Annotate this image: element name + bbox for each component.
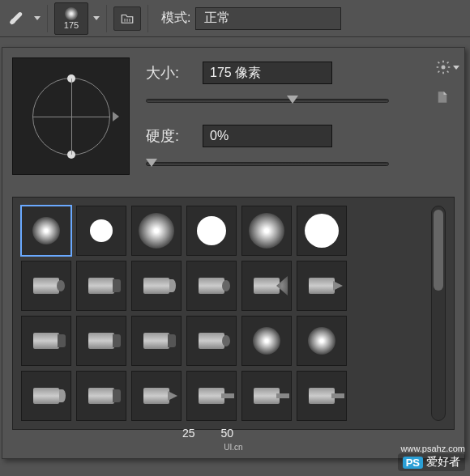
toolbar-divider — [147, 5, 148, 32]
brush-preset[interactable] — [76, 261, 126, 311]
blend-mode-label: 模式: — [161, 10, 190, 27]
brush-tip-icon — [309, 278, 335, 294]
brush-preset[interactable] — [131, 261, 182, 311]
brush-tip-icon — [199, 388, 224, 404]
new-preset-icon[interactable] — [435, 90, 450, 107]
soft-round-icon — [139, 213, 174, 249]
brush-preset[interactable] — [241, 371, 292, 421]
brush-tip-icon — [199, 333, 224, 349]
brush-preview-dot — [65, 7, 78, 20]
hard-round-icon — [197, 216, 226, 245]
angle-handle[interactable] — [67, 151, 75, 159]
svg-point-0 — [442, 66, 446, 70]
brush-preset[interactable] — [297, 371, 347, 421]
brush-preset[interactable] — [186, 316, 237, 366]
watermark: PS 爱好者 — [398, 453, 465, 471]
preset-label: 50 — [221, 427, 234, 440]
brush-preset[interactable] — [241, 206, 292, 256]
size-label: 大小: — [146, 63, 191, 83]
slider-track — [146, 162, 389, 166]
blend-mode-value: 正常 — [204, 10, 230, 27]
brush-preset[interactable] — [297, 261, 347, 311]
brush-preset[interactable] — [297, 206, 347, 256]
brush-tip-icon — [88, 278, 114, 294]
brush-tip-icon — [88, 388, 114, 404]
brush-preset[interactable] — [186, 371, 237, 421]
hard-round-icon — [90, 219, 113, 242]
size-input[interactable] — [203, 62, 332, 84]
slider-thumb[interactable] — [146, 159, 157, 167]
brush-preset[interactable] — [21, 371, 71, 421]
size-slider[interactable] — [146, 91, 389, 109]
presets-scrollbar[interactable] — [431, 206, 446, 421]
brush-preset[interactable] — [76, 316, 126, 366]
soft-round-icon — [308, 327, 335, 355]
brush-preset[interactable] — [186, 206, 237, 256]
watermark-url: www.psahz.com — [401, 444, 465, 453]
brush-tip-icon — [33, 333, 59, 349]
preset-size-labels: 25 50 — [182, 427, 455, 440]
brush-tip-icon — [33, 388, 59, 404]
brush-tip-icon — [143, 278, 169, 294]
slider-track — [146, 99, 389, 103]
preset-label: 25 — [182, 427, 195, 440]
gear-icon[interactable] — [435, 59, 451, 78]
brush-settings-panel: 大小: 硬度: — [2, 47, 465, 459]
brush-tip-icon — [309, 388, 335, 404]
blend-mode-select[interactable]: 正常 — [195, 7, 341, 30]
angle-arrow-icon — [113, 112, 119, 121]
hard-round-icon — [305, 214, 339, 248]
brush-preset[interactable] — [131, 316, 182, 366]
chevron-down-icon[interactable] — [34, 16, 41, 20]
hardness-label: 硬度: — [146, 126, 191, 146]
toolbar-divider — [47, 5, 48, 32]
brush-preset[interactable] — [186, 261, 237, 311]
brush-presets-grid — [12, 197, 455, 430]
brush-preset-picker[interactable]: 175 — [54, 2, 88, 35]
chevron-down-icon[interactable] — [93, 16, 100, 20]
brush-preset[interactable] — [21, 261, 71, 311]
toggle-brush-panel-button[interactable] — [113, 6, 141, 31]
brush-preset[interactable] — [76, 371, 126, 421]
brush-tip-icon — [88, 333, 114, 349]
scrollbar-thumb[interactable] — [434, 210, 443, 291]
brush-tip-icon — [33, 278, 59, 294]
brush-size-number: 175 — [64, 20, 79, 30]
brush-tip-icon — [143, 388, 169, 404]
soft-round-icon — [249, 213, 284, 249]
brush-preset[interactable] — [21, 206, 71, 256]
brush-preset[interactable] — [241, 316, 292, 366]
options-toolbar: 175 模式: 正常 — [0, 0, 470, 37]
brush-tip-icon — [254, 278, 280, 294]
brush-preset[interactable] — [131, 206, 182, 256]
watermark-text: 爱好者 — [426, 455, 460, 470]
hardness-input[interactable] — [203, 125, 332, 147]
chevron-down-icon — [453, 66, 459, 70]
soft-round-icon — [32, 217, 60, 244]
watermark-ps-badge: PS — [403, 457, 423, 469]
soft-round-icon — [253, 327, 280, 355]
angle-circle — [32, 78, 110, 155]
brush-preset[interactable] — [76, 206, 126, 256]
brush-tool-icon[interactable] — [6, 7, 29, 30]
toolbar-divider — [106, 5, 107, 32]
brush-preset[interactable] — [297, 316, 347, 366]
brush-tip-icon — [143, 333, 169, 349]
hardness-slider[interactable] — [146, 155, 389, 172]
angle-handle[interactable] — [67, 74, 75, 83]
brush-angle-control[interactable] — [12, 57, 130, 175]
brush-preset[interactable] — [241, 261, 292, 311]
brush-preset[interactable] — [131, 371, 182, 421]
slider-thumb[interactable] — [287, 96, 298, 104]
uicn-watermark: UI.cn — [12, 443, 455, 452]
brush-tip-icon — [254, 388, 280, 404]
brush-tip-icon — [199, 278, 224, 294]
brush-preset[interactable] — [21, 316, 71, 366]
